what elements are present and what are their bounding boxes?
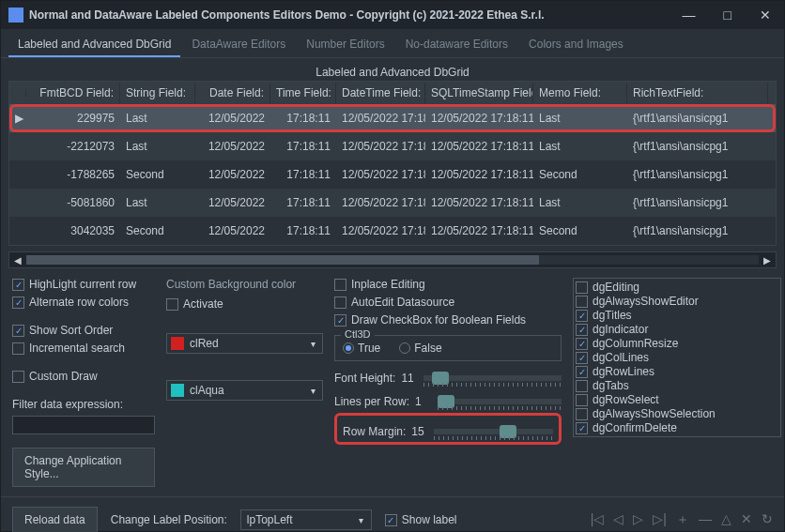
lines-per-row-slider[interactable]: Lines per Row: 1 xyxy=(334,395,562,408)
col-richtext[interactable]: RichTextField: xyxy=(627,83,768,103)
cell-memo: Last xyxy=(533,108,627,129)
nav-last-icon[interactable]: ▷| xyxy=(653,511,667,528)
chk-dgrowselect[interactable]: dgRowSelect xyxy=(576,393,778,406)
row-margin-slider[interactable]: Row Margin: 15 xyxy=(343,425,553,438)
row-indicator-icon: ▶ xyxy=(9,108,26,129)
chk-dgcolumnresize[interactable]: dgColumnResize xyxy=(576,337,778,350)
cell-date: 12/05/2022 xyxy=(195,192,270,213)
table-row[interactable]: 3042035Second12/05/202217:18:1112/05/202… xyxy=(9,217,776,245)
color2-combo[interactable]: clAqua ▾ xyxy=(166,380,323,401)
mid-options: Inplace Editing AutoEdit Datasource Draw… xyxy=(331,274,565,491)
scroll-right-icon[interactable]: ▶ xyxy=(759,255,776,266)
cell-time: 17:18:11 xyxy=(270,136,336,157)
highlight-annotation-rowmargin: Row Margin: 15 xyxy=(334,413,562,445)
chk-custom-draw[interactable]: Custom Draw xyxy=(12,370,155,383)
row-indicator-icon xyxy=(9,171,26,178)
chk-alternate-rows[interactable]: Alternate row colors xyxy=(12,296,155,309)
table-row[interactable]: ▶229975Last12/05/202217:18:1112/05/2022 … xyxy=(9,104,776,132)
grid-caption: Labeled and Advanced DbGrid xyxy=(8,64,777,81)
table-row[interactable]: -5081860Last12/05/202217:18:1112/05/2022… xyxy=(9,189,776,217)
tab-number-editors[interactable]: Number Editors xyxy=(297,33,393,57)
chk-incremental-search[interactable]: Incremental search xyxy=(12,342,155,355)
table-row[interactable]: -2212073Last12/05/202217:18:1112/05/2022… xyxy=(9,132,776,160)
close-button[interactable]: ✕ xyxy=(754,8,777,23)
bgcolor-group: Custom Background color Activate clRed ▾… xyxy=(162,274,327,491)
scroll-thumb[interactable] xyxy=(26,255,539,265)
cell-memo: Last xyxy=(533,136,627,157)
reload-data-button[interactable]: Reload data xyxy=(12,507,98,532)
chevron-down-icon[interactable]: ▾ xyxy=(303,339,322,349)
col-date[interactable]: Date Field: xyxy=(195,83,270,103)
cell-date: 12/05/2022 xyxy=(195,108,270,129)
chk-dgediting[interactable]: dgEditing xyxy=(576,281,778,294)
nav-next-icon[interactable]: ▷ xyxy=(633,511,643,528)
chk-autoedit-datasource[interactable]: AutoEdit Datasource xyxy=(334,296,562,309)
maximize-button[interactable]: □ xyxy=(718,8,737,23)
nav-first-icon[interactable]: |◁ xyxy=(591,511,605,528)
col-fmtbcd[interactable]: FmtBCD Field: xyxy=(26,83,120,103)
cell-sql: 12/05/2022 17:18:11 xyxy=(425,192,533,213)
col-memo[interactable]: Memo Field: xyxy=(533,83,627,103)
chevron-down-icon[interactable]: ▾ xyxy=(352,515,371,525)
cell-memo: Last xyxy=(533,192,627,213)
cell-sql: 12/05/2022 17:18:11 xyxy=(425,108,533,129)
chk-highlight-row[interactable]: HighLight current row xyxy=(12,278,155,291)
chk-dgconfirmdelete[interactable]: dgConfirmDelete xyxy=(576,421,778,434)
chk-dgalwaysshowselection[interactable]: dgAlwaysShowSelection xyxy=(576,407,778,420)
radio-ctl3d-false[interactable]: False xyxy=(399,342,441,355)
nav-refresh-icon[interactable]: ↻ xyxy=(762,511,773,528)
cell-rtf: {\rtf1\ansi\ansicpg1 xyxy=(627,220,768,241)
chk-show-label[interactable]: Show label xyxy=(385,513,457,526)
chk-dgalwaysshoweditor[interactable]: dgAlwaysShowEditor xyxy=(576,295,778,308)
tab-labeled-dbgrid[interactable]: Labeled and Advanced DbGrid xyxy=(8,33,180,57)
nav-cancel-icon[interactable]: ✕ xyxy=(741,511,752,528)
cell-time: 17:18:11 xyxy=(270,164,336,185)
col-time[interactable]: Time Field: xyxy=(270,83,336,103)
minimize-button[interactable]: — xyxy=(677,8,701,23)
chk-dgtabs[interactable]: dgTabs xyxy=(576,379,778,392)
chk-show-sort[interactable]: Show Sort Order xyxy=(12,324,155,337)
nav-prior-icon[interactable]: ◁ xyxy=(613,511,623,528)
chk-activate-bgcolor[interactable]: Activate xyxy=(166,297,323,311)
chk-inplace-editing[interactable]: Inplace Editing xyxy=(334,278,562,291)
cell-rtf: {\rtf1\ansi\ansicpg1 xyxy=(627,108,768,129)
cell-sql: 12/05/2022 17:18:11 xyxy=(425,136,533,157)
cell-sql: 12/05/2022 17:18:11 xyxy=(425,220,533,241)
nav-insert-icon[interactable]: ＋ xyxy=(676,511,689,528)
col-sqltimestamp[interactable]: SQLTimeStamp Field: xyxy=(425,83,533,103)
cell-string: Last xyxy=(120,192,195,213)
chk-dgindicator[interactable]: dgIndicator xyxy=(576,323,778,336)
row-indicator-icon xyxy=(9,199,26,206)
cell-string: Last xyxy=(120,108,195,129)
filter-input[interactable] xyxy=(12,416,155,434)
scroll-left-icon[interactable]: ◀ xyxy=(9,255,26,266)
col-string[interactable]: String Field: xyxy=(120,83,195,103)
chk-dgrowlines[interactable]: dgRowLines xyxy=(576,365,778,378)
filter-label: Filter data expression: xyxy=(12,398,155,411)
cell-memo: Second xyxy=(533,164,627,185)
ctl3d-group: Ctl3D True False xyxy=(334,335,562,361)
nav-edit-icon[interactable]: △ xyxy=(721,511,731,528)
nav-delete-icon[interactable]: — xyxy=(699,511,712,528)
cell-time: 17:18:11 xyxy=(270,192,336,213)
tab-dataaware-editors[interactable]: DataAware Editors xyxy=(182,33,295,57)
cell-date: 12/05/2022 xyxy=(195,220,270,241)
table-row[interactable]: -1788265Second12/05/202217:18:1112/05/20… xyxy=(9,160,776,189)
grid-header-row: FmtBCD Field: String Field: Date Field: … xyxy=(9,82,776,104)
tab-nodataware-editors[interactable]: No-dataware Editors xyxy=(396,33,517,57)
cell-fmtbcd: -1788265 xyxy=(26,164,120,185)
font-height-slider[interactable]: Font Height: 11 xyxy=(334,372,562,385)
chk-dgcollines[interactable]: dgColLines xyxy=(576,351,778,364)
label-position-combo[interactable]: lpTopLeft ▾ xyxy=(240,509,372,530)
chevron-down-icon[interactable]: ▾ xyxy=(303,386,322,396)
db-grid[interactable]: FmtBCD Field: String Field: Date Field: … xyxy=(8,81,777,246)
cell-date: 12/05/2022 xyxy=(195,136,270,157)
chk-dgtitles[interactable]: dgTitles xyxy=(576,309,778,322)
col-datetime[interactable]: DateTime Field: xyxy=(336,83,425,103)
chk-draw-checkbox-boolean[interactable]: Draw CheckBox for Boolean Fields xyxy=(334,313,562,327)
change-style-button[interactable]: Change Application Style... xyxy=(12,448,155,487)
tab-colors-images[interactable]: Colors and Images xyxy=(519,33,633,57)
radio-ctl3d-true[interactable]: True xyxy=(343,342,380,355)
color1-combo[interactable]: clRed ▾ xyxy=(166,333,323,354)
grid-hscrollbar[interactable]: ◀ ▶ xyxy=(8,251,777,268)
